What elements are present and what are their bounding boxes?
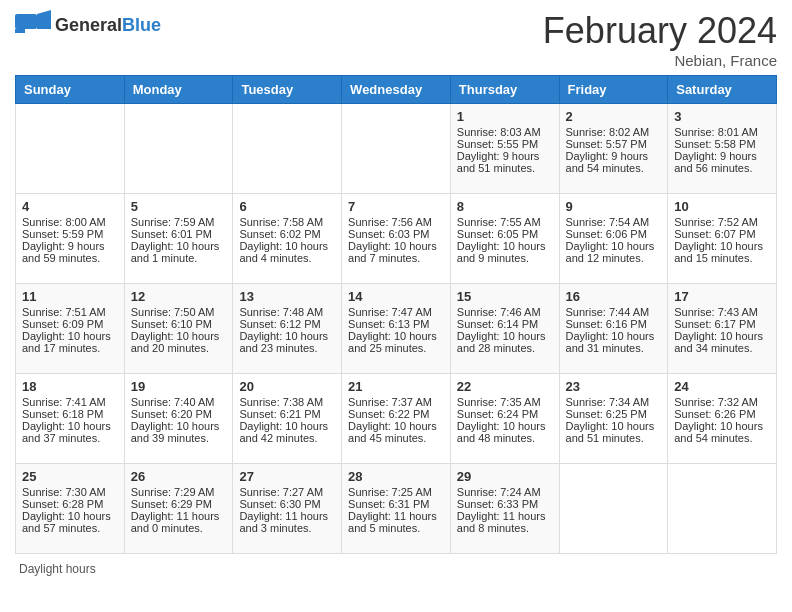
calendar-cell: 27Sunrise: 7:27 AMSunset: 6:30 PMDayligh…: [233, 464, 342, 554]
daylight-text: Daylight: 11 hours and 0 minutes.: [131, 510, 227, 534]
day-number: 8: [457, 199, 553, 214]
calendar-table: SundayMondayTuesdayWednesdayThursdayFrid…: [15, 75, 777, 554]
day-number: 12: [131, 289, 227, 304]
day-number: 21: [348, 379, 444, 394]
sunrise-text: Sunrise: 7:25 AM: [348, 486, 444, 498]
day-number: 15: [457, 289, 553, 304]
sunset-text: Sunset: 6:18 PM: [22, 408, 118, 420]
calendar-cell: 12Sunrise: 7:50 AMSunset: 6:10 PMDayligh…: [124, 284, 233, 374]
sunrise-text: Sunrise: 7:27 AM: [239, 486, 335, 498]
sunset-text: Sunset: 5:55 PM: [457, 138, 553, 150]
sunrise-text: Sunrise: 7:44 AM: [566, 306, 662, 318]
calendar-cell: 22Sunrise: 7:35 AMSunset: 6:24 PMDayligh…: [450, 374, 559, 464]
sunset-text: Sunset: 6:06 PM: [566, 228, 662, 240]
day-number: 2: [566, 109, 662, 124]
daylight-text: Daylight: 10 hours and 4 minutes.: [239, 240, 335, 264]
daylight-text: Daylight: 11 hours and 8 minutes.: [457, 510, 553, 534]
sunrise-text: Sunrise: 7:24 AM: [457, 486, 553, 498]
calendar-cell: 14Sunrise: 7:47 AMSunset: 6:13 PMDayligh…: [342, 284, 451, 374]
calendar-cell: [559, 464, 668, 554]
daylight-text: Daylight: 11 hours and 3 minutes.: [239, 510, 335, 534]
daylight-text: Daylight: 10 hours and 15 minutes.: [674, 240, 770, 264]
calendar-cell: [233, 104, 342, 194]
daylight-text: Daylight: 10 hours and 54 minutes.: [674, 420, 770, 444]
sunset-text: Sunset: 6:25 PM: [566, 408, 662, 420]
calendar-cell: 21Sunrise: 7:37 AMSunset: 6:22 PMDayligh…: [342, 374, 451, 464]
daylight-text: Daylight: 10 hours and 25 minutes.: [348, 330, 444, 354]
calendar-cell: [16, 104, 125, 194]
sunrise-text: Sunrise: 7:56 AM: [348, 216, 444, 228]
week-row-2: 4Sunrise: 8:00 AMSunset: 5:59 PMDaylight…: [16, 194, 777, 284]
week-row-3: 11Sunrise: 7:51 AMSunset: 6:09 PMDayligh…: [16, 284, 777, 374]
daylight-text: Daylight: 10 hours and 23 minutes.: [239, 330, 335, 354]
calendar-cell: 7Sunrise: 7:56 AMSunset: 6:03 PMDaylight…: [342, 194, 451, 284]
sunrise-text: Sunrise: 7:46 AM: [457, 306, 553, 318]
day-number: 10: [674, 199, 770, 214]
day-number: 18: [22, 379, 118, 394]
calendar-cell: 10Sunrise: 7:52 AMSunset: 6:07 PMDayligh…: [668, 194, 777, 284]
calendar-cell: 25Sunrise: 7:30 AMSunset: 6:28 PMDayligh…: [16, 464, 125, 554]
calendar-cell: 29Sunrise: 7:24 AMSunset: 6:33 PMDayligh…: [450, 464, 559, 554]
daylight-text: Daylight: 9 hours and 56 minutes.: [674, 150, 770, 174]
week-row-5: 25Sunrise: 7:30 AMSunset: 6:28 PMDayligh…: [16, 464, 777, 554]
sunrise-text: Sunrise: 7:40 AM: [131, 396, 227, 408]
daylight-text: Daylight: 10 hours and 51 minutes.: [566, 420, 662, 444]
day-number: 16: [566, 289, 662, 304]
sunset-text: Sunset: 6:21 PM: [239, 408, 335, 420]
calendar-title: February 2024: [543, 10, 777, 52]
day-number: 22: [457, 379, 553, 394]
day-number: 6: [239, 199, 335, 214]
column-header-sunday: Sunday: [16, 76, 125, 104]
day-number: 11: [22, 289, 118, 304]
sunrise-text: Sunrise: 8:01 AM: [674, 126, 770, 138]
column-header-saturday: Saturday: [668, 76, 777, 104]
day-number: 4: [22, 199, 118, 214]
column-header-thursday: Thursday: [450, 76, 559, 104]
sunset-text: Sunset: 6:01 PM: [131, 228, 227, 240]
sunset-text: Sunset: 6:17 PM: [674, 318, 770, 330]
calendar-cell: 26Sunrise: 7:29 AMSunset: 6:29 PMDayligh…: [124, 464, 233, 554]
sunset-text: Sunset: 6:28 PM: [22, 498, 118, 510]
calendar-cell: 9Sunrise: 7:54 AMSunset: 6:06 PMDaylight…: [559, 194, 668, 284]
sunset-text: Sunset: 6:30 PM: [239, 498, 335, 510]
sunset-text: Sunset: 5:57 PM: [566, 138, 662, 150]
sunset-text: Sunset: 5:59 PM: [22, 228, 118, 240]
daylight-text: Daylight: 9 hours and 54 minutes.: [566, 150, 662, 174]
day-number: 14: [348, 289, 444, 304]
day-number: 23: [566, 379, 662, 394]
sunset-text: Sunset: 6:29 PM: [131, 498, 227, 510]
calendar-cell: 8Sunrise: 7:55 AMSunset: 6:05 PMDaylight…: [450, 194, 559, 284]
day-number: 24: [674, 379, 770, 394]
calendar-cell: 5Sunrise: 7:59 AMSunset: 6:01 PMDaylight…: [124, 194, 233, 284]
day-number: 5: [131, 199, 227, 214]
sunset-text: Sunset: 5:58 PM: [674, 138, 770, 150]
calendar-cell: 19Sunrise: 7:40 AMSunset: 6:20 PMDayligh…: [124, 374, 233, 464]
sunrise-text: Sunrise: 7:59 AM: [131, 216, 227, 228]
calendar-cell: 11Sunrise: 7:51 AMSunset: 6:09 PMDayligh…: [16, 284, 125, 374]
sunrise-text: Sunrise: 8:02 AM: [566, 126, 662, 138]
title-block: February 2024 Nebian, France: [543, 10, 777, 69]
sunset-text: Sunset: 6:12 PM: [239, 318, 335, 330]
sunrise-text: Sunrise: 7:35 AM: [457, 396, 553, 408]
calendar-cell: 3Sunrise: 8:01 AMSunset: 5:58 PMDaylight…: [668, 104, 777, 194]
day-number: 3: [674, 109, 770, 124]
sunrise-text: Sunrise: 7:43 AM: [674, 306, 770, 318]
daylight-text: Daylight: 10 hours and 42 minutes.: [239, 420, 335, 444]
sunrise-text: Sunrise: 7:32 AM: [674, 396, 770, 408]
sunset-text: Sunset: 6:26 PM: [674, 408, 770, 420]
header: GeneralBlue February 2024 Nebian, France: [15, 10, 777, 69]
sunrise-text: Sunrise: 7:47 AM: [348, 306, 444, 318]
sunset-text: Sunset: 6:22 PM: [348, 408, 444, 420]
calendar-cell: 24Sunrise: 7:32 AMSunset: 6:26 PMDayligh…: [668, 374, 777, 464]
daylight-text: Daylight: 10 hours and 12 minutes.: [566, 240, 662, 264]
sunset-text: Sunset: 6:16 PM: [566, 318, 662, 330]
day-number: 25: [22, 469, 118, 484]
calendar-cell: 28Sunrise: 7:25 AMSunset: 6:31 PMDayligh…: [342, 464, 451, 554]
daylight-text: Daylight: 10 hours and 57 minutes.: [22, 510, 118, 534]
day-number: 19: [131, 379, 227, 394]
sunset-text: Sunset: 6:14 PM: [457, 318, 553, 330]
svg-marker-1: [37, 10, 51, 29]
calendar-cell: [668, 464, 777, 554]
column-header-monday: Monday: [124, 76, 233, 104]
sunrise-text: Sunrise: 7:54 AM: [566, 216, 662, 228]
